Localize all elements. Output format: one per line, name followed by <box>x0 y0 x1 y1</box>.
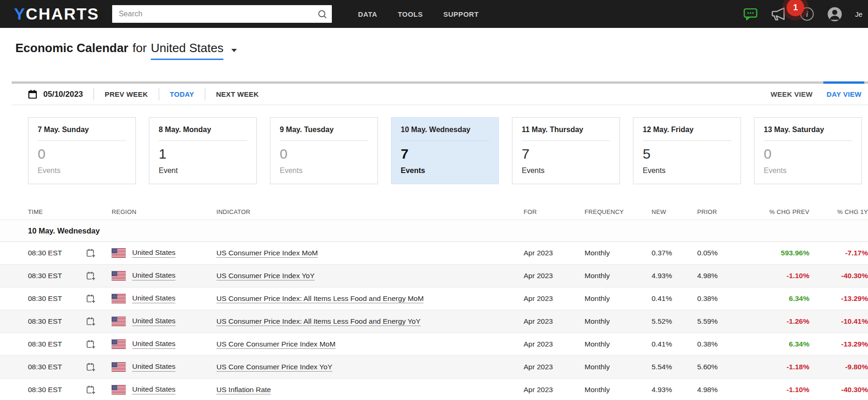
region-selector[interactable]: United States <box>151 41 223 60</box>
indicator-link[interactable]: US Inflation Rate <box>216 386 271 394</box>
col-header-new: NEW <box>652 208 697 215</box>
us-flag-icon <box>112 385 126 394</box>
region-link[interactable]: United States <box>132 362 175 372</box>
frequency-cell: Monthly <box>585 363 652 371</box>
indicator-link[interactable]: US Core Consumer Price Index YoY <box>216 363 332 372</box>
day-card-count: 7 <box>522 146 610 162</box>
indicator-link[interactable]: US Consumer Price Index: All Items Less … <box>216 294 424 303</box>
region-link[interactable]: United States <box>132 271 175 280</box>
search-input[interactable] <box>119 10 317 18</box>
event-time: 08:30 EST <box>28 294 86 303</box>
calendar-icon[interactable] <box>27 89 38 100</box>
day-card-count: 1 <box>159 146 247 162</box>
day-card-title: 8 May. Monday <box>159 126 247 134</box>
chg-prev-cell: 6.34% <box>744 340 809 348</box>
region-cell: United States <box>112 294 216 303</box>
search-box[interactable] <box>112 5 332 23</box>
day-view-active-indicator <box>823 81 864 84</box>
add-to-calendar-icon[interactable] <box>86 248 112 258</box>
day-card-divider <box>522 140 610 141</box>
for-cell: Apr 2023 <box>524 386 585 394</box>
nav-link-tools[interactable]: TOOLS <box>398 10 423 18</box>
indicator-link[interactable]: US Consumer Price Index YoY <box>216 272 315 280</box>
add-to-calendar-icon[interactable] <box>86 317 112 327</box>
day-card[interactable]: 11 May. Thursday 7 Events <box>512 117 620 184</box>
col-header-chg-1y: % CHG 1Y <box>809 208 868 215</box>
table-row: 08:30 EST United States US Core Consumer… <box>0 333 868 356</box>
date-group-row: 10 May. Wednesday <box>0 220 868 242</box>
chg-prev-cell: -1.10% <box>744 272 809 280</box>
region-link[interactable]: United States <box>132 248 175 258</box>
day-card-divider <box>159 140 247 141</box>
region-link[interactable]: United States <box>132 340 175 349</box>
event-time: 08:30 EST <box>28 272 86 280</box>
region-cell: United States <box>112 340 216 349</box>
us-flag-icon <box>112 294 126 303</box>
new-cell: 5.54% <box>652 363 697 371</box>
table-row: 08:30 EST United States US Consumer Pric… <box>0 242 868 265</box>
table-header-row: TIME REGION INDICATOR FOR FREQUENCY NEW … <box>0 204 868 220</box>
new-cell: 0.41% <box>652 294 697 303</box>
region-cell: United States <box>112 271 216 280</box>
day-card-title: 10 May. Wednesday <box>401 126 489 134</box>
day-card-count: 5 <box>643 146 731 162</box>
events-table: TIME REGION INDICATOR FOR FREQUENCY NEW … <box>0 204 868 400</box>
day-card-title: 13 May. Saturday <box>764 126 852 134</box>
add-to-calendar-icon[interactable] <box>86 385 112 395</box>
indicator-link[interactable]: US Consumer Price Index: All Items Less … <box>216 317 421 326</box>
prior-cell: 5.60% <box>697 363 744 371</box>
indicator-link[interactable]: US Core Consumer Price Index MoM <box>216 340 336 349</box>
new-cell: 5.52% <box>652 317 697 326</box>
add-to-calendar-icon[interactable] <box>86 271 112 281</box>
add-to-calendar-icon[interactable] <box>86 294 112 304</box>
add-to-calendar-icon[interactable] <box>86 340 112 349</box>
day-card[interactable]: 9 May. Tuesday 0 Events <box>270 117 378 184</box>
prev-week-button[interactable]: PREV WEEK <box>105 90 148 98</box>
day-view-button[interactable]: DAY VIEW <box>827 90 861 98</box>
day-card[interactable]: 13 May. Saturday 0 Events <box>754 117 862 184</box>
day-card-label: Events <box>643 167 731 175</box>
info-icon[interactable]: i 1 <box>800 7 814 21</box>
day-card-divider <box>764 140 852 141</box>
chg-1y-cell: -10.41% <box>809 317 868 326</box>
avatar[interactable] <box>827 7 842 22</box>
week-view-button[interactable]: WEEK VIEW <box>771 90 813 98</box>
table-row: 08:30 EST United States US Core Consumer… <box>0 356 868 379</box>
region-link[interactable]: United States <box>132 385 175 394</box>
username[interactable]: Je <box>855 10 862 18</box>
region-link[interactable]: United States <box>132 294 175 303</box>
day-card[interactable]: 10 May. Wednesday 7 Events <box>391 117 499 184</box>
page-title-connector: for <box>133 41 147 55</box>
megaphone-icon[interactable] <box>770 7 787 21</box>
ycharts-logo[interactable]: YCHARTS <box>14 0 99 28</box>
day-card-label: Events <box>280 167 368 175</box>
today-button[interactable]: TODAY <box>170 90 194 98</box>
region-link[interactable]: United States <box>132 317 175 326</box>
day-card[interactable]: 8 May. Monday 1 Event <box>149 117 257 184</box>
next-week-button[interactable]: NEXT WEEK <box>216 90 259 98</box>
chevron-down-icon[interactable] <box>231 49 237 52</box>
event-time: 08:30 EST <box>28 363 86 371</box>
indicator-link[interactable]: US Consumer Price Index MoM <box>216 249 318 258</box>
nav-links: DATA TOOLS SUPPORT <box>358 10 478 18</box>
day-card[interactable]: 12 May. Friday 5 Events <box>633 117 741 184</box>
add-to-calendar-icon[interactable] <box>86 362 112 372</box>
frequency-cell: Monthly <box>585 386 652 394</box>
page-title-text: Economic Calendar <box>15 41 128 55</box>
chg-1y-cell: -9.80% <box>809 363 868 371</box>
day-card[interactable]: 7 May. Sunday 0 Events <box>28 117 136 184</box>
chat-icon[interactable] <box>743 8 758 20</box>
nav-link-support[interactable]: SUPPORT <box>444 10 479 18</box>
day-card-label: Events <box>522 167 610 175</box>
event-time: 08:30 EST <box>28 249 86 257</box>
table-row: 08:30 EST United States US Consumer Pric… <box>0 265 868 287</box>
col-header-for: FOR <box>524 208 585 215</box>
search-icon[interactable] <box>317 9 327 19</box>
nav-link-data[interactable]: DATA <box>358 10 377 18</box>
day-card-count: 7 <box>401 146 489 162</box>
date-group-label: 10 May. Wednesday <box>28 227 100 235</box>
for-cell: Apr 2023 <box>524 340 585 348</box>
prior-cell: 5.59% <box>697 317 744 326</box>
us-flag-icon <box>112 248 126 258</box>
date-picker[interactable]: 05/10/2023 <box>43 90 83 99</box>
